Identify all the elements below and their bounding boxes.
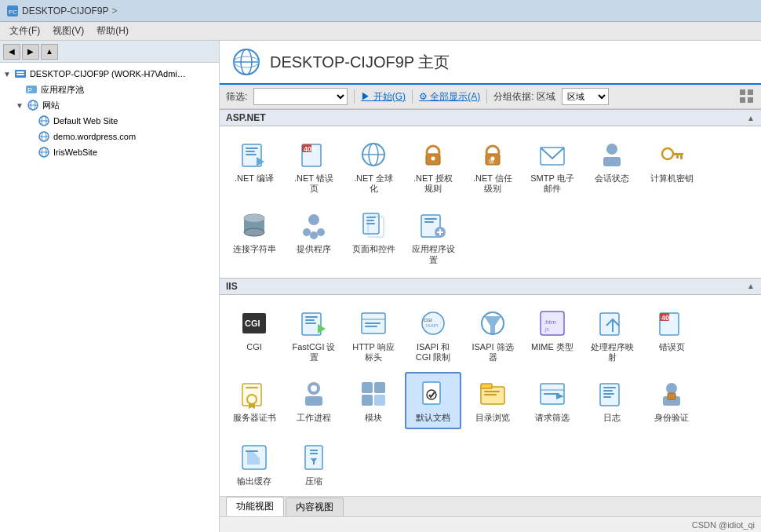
icon-smtp[interactable]: SMTP 电子邮件	[524, 133, 581, 200]
icon-cert[interactable]: 服务器证书	[226, 372, 282, 429]
tree-default-site[interactable]: ▶ Default Web Site	[0, 113, 219, 129]
fastcgi-icon	[298, 308, 330, 339]
aspnet-label: ASP.NET	[226, 112, 265, 123]
sites-expand: ▼	[16, 101, 24, 110]
tree-demo-site[interactable]: ▶ demo.wordpress.com	[0, 129, 219, 144]
svg-marker-77	[318, 324, 326, 333]
right-header: DESKTOP-CIJOF9P 主页	[220, 41, 761, 85]
icon-connstr[interactable]: 连接字符串	[226, 203, 282, 271]
icon-compress[interactable]: 压缩	[286, 435, 342, 493]
icon-dotnet-auth[interactable]: .NET 授权规则	[405, 133, 461, 200]
svg-rect-3	[16, 71, 24, 73]
page-title: DESKTOP-CIJOF9P 主页	[270, 52, 450, 73]
filter-select[interactable]	[253, 88, 348, 105]
icon-dirbrowse[interactable]: 目录浏览	[464, 372, 521, 429]
toolbar-sep3	[486, 89, 487, 104]
tree-iris-site[interactable]: ▶ IrisWebSite	[0, 144, 219, 160]
svg-text:P: P	[27, 86, 32, 94]
top-bar: PC DESKTOP-CIJOF9P >	[0, 0, 761, 22]
showall-btn[interactable]: ⚙ 全部显示(A)	[419, 90, 480, 104]
aspnet-section-header[interactable]: ASP.NET ▲	[220, 109, 761, 126]
icon-httpheader[interactable]: HTTP 响应标头	[345, 301, 402, 369]
svg-point-46	[606, 144, 617, 155]
server-icon	[14, 67, 27, 80]
tab-content-view[interactable]: 内容视图	[286, 497, 344, 516]
icon-machinekey[interactable]: 计算机密钥	[643, 133, 700, 200]
httpheader-label: HTTP 响应标头	[350, 342, 397, 363]
icon-isapifilter[interactable]: ISAPI 筛选器	[464, 301, 521, 369]
svg-rect-108	[484, 391, 500, 392]
svg-text:404: 404	[304, 145, 315, 153]
svg-text:级: 级	[489, 159, 494, 164]
icon-modules[interactable]: 模块	[345, 372, 402, 429]
icon-outputcache[interactable]: 输出缓存	[226, 435, 282, 493]
menu-view[interactable]: 视图(V)	[46, 23, 90, 39]
right-panel: DESKTOP-CIJOF9P 主页 筛选: ▶ 开始(G) ⚙ 全部显示(A)…	[220, 41, 761, 532]
icon-requestfilter[interactable]: 请求筛选	[524, 372, 581, 429]
view-toggle[interactable]	[739, 89, 755, 104]
auth-icon	[656, 378, 687, 410]
isapicgi-icon: CGIISAPI	[417, 308, 449, 339]
icon-handlers[interactable]: 处理程序映射	[584, 301, 640, 369]
dotnet-compile-icon	[238, 139, 270, 170]
menu-file[interactable]: 文件(F)	[3, 23, 46, 39]
smtp-icon	[537, 139, 568, 170]
default-site-icon	[38, 115, 50, 127]
svg-point-55	[244, 214, 264, 222]
isapicgi-label: ISAPI 和 CGI 限制	[410, 342, 457, 363]
icon-dotnet-global[interactable]: .NET 全球化	[345, 133, 402, 200]
connstr-label: 连接字符串	[233, 244, 276, 254]
icon-appsettings[interactable]: 应用程序设置	[405, 203, 461, 271]
group-select[interactable]: 区域	[562, 88, 609, 105]
svg-rect-80	[365, 322, 380, 324]
defaultdoc-icon	[417, 378, 449, 410]
svg-point-48	[662, 148, 673, 159]
icon-cgi[interactable]: CGI CGI	[226, 301, 282, 369]
icon-workprocess[interactable]: 工作进程	[286, 372, 342, 429]
svg-rect-100	[362, 382, 373, 393]
icon-dotnet-error[interactable]: 404 .NET 错误页	[286, 133, 342, 200]
svg-point-57	[303, 228, 311, 236]
icon-provider[interactable]: 提供程序	[286, 203, 342, 271]
icon-logging[interactable]: 日志	[584, 372, 640, 429]
icon-dotnet-compile[interactable]: .NET 编译	[226, 133, 282, 200]
icon-dotnet-trust[interactable]: 级 .NET 信任级别	[464, 133, 521, 200]
logging-icon	[596, 378, 628, 410]
status-bar: CSDN @idiot_qi	[220, 516, 761, 532]
iis-section-header[interactable]: IIS ▲	[220, 278, 761, 295]
icon-auth[interactable]: 身份验证	[643, 372, 700, 429]
icon-isapicgi[interactable]: CGIISAPI ISAPI 和 CGI 限制	[405, 301, 461, 369]
smtp-label: SMTP 电子邮件	[529, 173, 576, 194]
svg-rect-102	[362, 395, 373, 406]
outputcache-label: 输出缓存	[237, 476, 271, 486]
iis-toggle[interactable]: ▲	[747, 282, 755, 290]
svg-rect-23	[740, 89, 745, 95]
dotnet-error-label: .NET 错误页	[290, 173, 337, 194]
handlers-icon	[596, 308, 628, 339]
icon-defaultdoc[interactable]: 默认文档	[405, 372, 461, 429]
svg-rect-66	[424, 218, 437, 220]
icon-pages[interactable]: 页面和控件	[345, 203, 402, 271]
tab-feature-view[interactable]: 功能视图	[226, 497, 284, 516]
tree-sites[interactable]: ▼ 网站	[0, 97, 219, 113]
svg-rect-25	[740, 97, 745, 103]
cert-icon	[238, 378, 270, 410]
icon-session[interactable]: 会话状态	[584, 133, 640, 200]
start-btn[interactable]: ▶ 开始(G)	[361, 90, 406, 104]
icon-errorpages[interactable]: 404 错误页	[643, 301, 700, 369]
svg-point-56	[308, 214, 319, 225]
aspnet-toggle[interactable]: ▲	[747, 114, 755, 122]
menu-help[interactable]: 帮助(H)	[90, 23, 135, 39]
machinekey-label: 计算机密钥	[650, 173, 694, 184]
forward-btn[interactable]: ▶	[22, 44, 39, 60]
svg-rect-47	[603, 157, 621, 166]
auth-label: 身份验证	[654, 413, 689, 423]
tree-server[interactable]: ▼ DESKTOP-CIJOF9P (WORK-H7\Administrator…	[0, 66, 219, 82]
tree-apppool[interactable]: ▶ P 应用程序池	[0, 82, 219, 97]
icon-fastcgi[interactable]: FastCGI 设置	[286, 301, 342, 369]
dotnet-auth-icon	[417, 139, 449, 170]
up-btn[interactable]: ▲	[41, 44, 58, 60]
back-btn[interactable]: ◀	[3, 44, 20, 60]
icon-mime[interactable]: .htm.js MIME 类型	[524, 301, 581, 369]
svg-rect-98	[305, 396, 322, 406]
